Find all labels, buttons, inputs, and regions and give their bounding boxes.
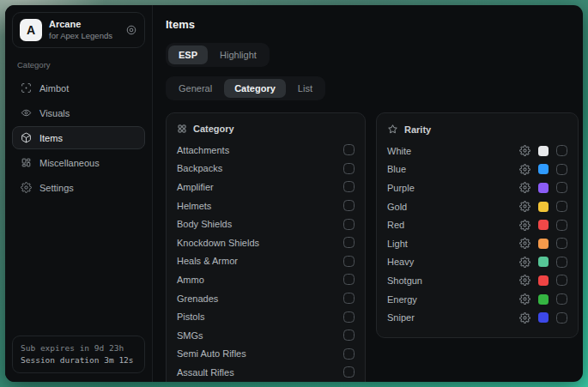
rarity-label: White	[387, 146, 519, 156]
rarity-color-swatch-white[interactable]	[538, 146, 549, 156]
category-checkbox-backpacks[interactable]	[343, 163, 355, 174]
rarity-color-swatch-purple[interactable]	[538, 183, 549, 193]
category-panel: Category AttachmentsBackpacksAmplifierHe…	[166, 112, 366, 382]
app-logo: A	[20, 19, 42, 41]
category-checkbox-amplifier[interactable]	[343, 181, 355, 192]
gear-icon	[21, 182, 32, 193]
sidebar-item-settings[interactable]: Settings	[12, 176, 145, 199]
rarity-checkbox-white[interactable]	[556, 145, 567, 156]
tab-esp[interactable]: ESP	[168, 45, 208, 64]
subscription-info: Sub expires in 9d 23h Session duration 3…	[12, 336, 145, 374]
rarity-color-swatch-heavy[interactable]	[538, 257, 549, 267]
category-checkbox-body-shields[interactable]	[343, 219, 355, 230]
rarity-panel-title: Rarity	[404, 124, 431, 135]
rarity-label: Shotgun	[387, 275, 519, 286]
category-checkbox-attachments[interactable]	[343, 144, 355, 155]
rarity-checkbox-sniper[interactable]	[556, 312, 567, 324]
rarity-checkbox-red[interactable]	[556, 220, 567, 231]
category-row-assault-rifles: Assault Rifles	[177, 363, 355, 382]
rarity-color-swatch-red[interactable]	[538, 220, 549, 230]
rarity-label: Light	[387, 239, 519, 249]
category-checkbox-semi-auto-rifles[interactable]	[343, 348, 355, 360]
dashboard-icon	[21, 157, 32, 168]
rarity-label: Blue	[387, 164, 519, 174]
rarity-checkbox-shotgun[interactable]	[556, 275, 567, 286]
header-target-icon[interactable]	[125, 24, 137, 36]
tab-list[interactable]: List	[288, 79, 323, 98]
rarity-row-white: White	[387, 142, 567, 160]
sidebar-item-label: Miscellaneous	[39, 158, 100, 168]
category-checkbox-assault-rifles[interactable]	[343, 366, 355, 378]
panels-row: Category AttachmentsBackpacksAmplifierHe…	[166, 112, 579, 382]
rarity-checkbox-heavy[interactable]	[556, 257, 567, 268]
rarity-settings-gear-icon[interactable]	[519, 238, 530, 249]
rarity-label: Purple	[387, 183, 519, 193]
category-row-smgs: SMGs	[177, 326, 355, 345]
app-subtitle: for Apex Legends	[49, 31, 118, 41]
category-checkbox-grenades[interactable]	[343, 293, 355, 304]
rarity-settings-gear-icon[interactable]	[519, 312, 530, 324]
rarity-settings-gear-icon[interactable]	[519, 145, 530, 156]
sidebar-spacer	[12, 199, 145, 336]
sidebar-item-items[interactable]: Items	[12, 126, 145, 149]
category-checkbox-helmets[interactable]	[343, 200, 355, 211]
category-checkbox-smgs[interactable]	[343, 330, 355, 341]
category-row-amplifier: Amplifier	[177, 178, 355, 197]
rarity-checkbox-blue[interactable]	[556, 164, 567, 175]
rarity-checkbox-energy[interactable]	[556, 293, 567, 305]
grid-icon	[177, 124, 187, 134]
sidebar-item-aimbot[interactable]: Aimbot	[12, 76, 145, 100]
eye-icon	[21, 107, 32, 118]
category-label: Backpacks	[177, 163, 343, 173]
rarity-color-swatch-energy[interactable]	[538, 294, 549, 305]
session-duration-text: Session duration 3m 12s	[21, 354, 136, 366]
sidebar: A Arcane for Apex Legends Category Aimbo…	[5, 5, 153, 382]
rarity-settings-gear-icon[interactable]	[519, 293, 530, 305]
category-label: SMGs	[177, 330, 343, 341]
tab-highlight[interactable]: Highlight	[209, 45, 267, 64]
sidebar-item-label: Aimbot	[39, 83, 69, 94]
rarity-settings-gear-icon[interactable]	[519, 220, 530, 231]
rarity-settings-gear-icon[interactable]	[519, 257, 530, 268]
rarity-color-swatch-sniper[interactable]	[538, 312, 549, 323]
category-label: Assault Rifles	[177, 367, 343, 378]
rarity-settings-gear-icon[interactable]	[519, 275, 530, 286]
rarity-label: Gold	[387, 202, 519, 212]
mode-tabs: ESPHighlight	[166, 43, 270, 67]
tab-general[interactable]: General	[168, 79, 222, 98]
rarity-checkbox-purple[interactable]	[556, 182, 567, 193]
rarity-color-swatch-shotgun[interactable]	[538, 275, 549, 286]
sidebar-item-label: Settings	[39, 183, 74, 193]
rarity-color-swatch-gold[interactable]	[538, 202, 549, 212]
rarity-settings-gear-icon[interactable]	[519, 201, 530, 212]
rarity-checkbox-light[interactable]	[556, 238, 567, 249]
rarity-row-energy: Energy	[387, 290, 567, 309]
category-label: Helmets	[177, 201, 343, 211]
sidebar-section-label: Category	[17, 60, 140, 70]
sidebar-item-miscellaneous[interactable]: Miscellaneous	[12, 151, 145, 174]
category-checkbox-knockdown-shields[interactable]	[343, 237, 355, 248]
category-checkbox-heals-armor[interactable]	[343, 256, 355, 267]
rarity-row-sniper: Sniper	[387, 308, 567, 327]
sidebar-item-visuals[interactable]: Visuals	[12, 101, 145, 124]
category-row-attachments: Attachments	[177, 141, 355, 160]
tab-category[interactable]: Category	[224, 79, 286, 98]
category-row-knockdown-shields: Knockdown Shields	[177, 233, 355, 252]
category-label: Body Shields	[177, 219, 343, 229]
rarity-color-swatch-light[interactable]	[538, 239, 549, 249]
category-checkbox-pistols[interactable]	[343, 311, 355, 323]
rarity-settings-gear-icon[interactable]	[519, 182, 530, 193]
rarity-color-swatch-blue[interactable]	[538, 164, 549, 174]
rarity-row-heavy: Heavy	[387, 253, 567, 272]
category-checkbox-ammo[interactable]	[343, 274, 355, 285]
category-rows: AttachmentsBackpacksAmplifierHelmetsBody…	[177, 141, 355, 382]
rarity-label: Heavy	[387, 257, 519, 267]
sidebar-nav: AimbotVisualsItemsMiscellaneousSettings	[12, 76, 145, 199]
category-label: Amplifier	[177, 182, 343, 192]
rarity-row-gold: Gold	[387, 197, 567, 216]
rarity-row-shotgun: Shotgun	[387, 271, 567, 290]
main-content: Items ESPHighlight GeneralCategoryList C…	[153, 5, 583, 382]
rarity-checkbox-gold[interactable]	[556, 201, 567, 212]
rarity-settings-gear-icon[interactable]	[519, 164, 530, 175]
category-label: Knockdown Shields	[177, 238, 343, 248]
